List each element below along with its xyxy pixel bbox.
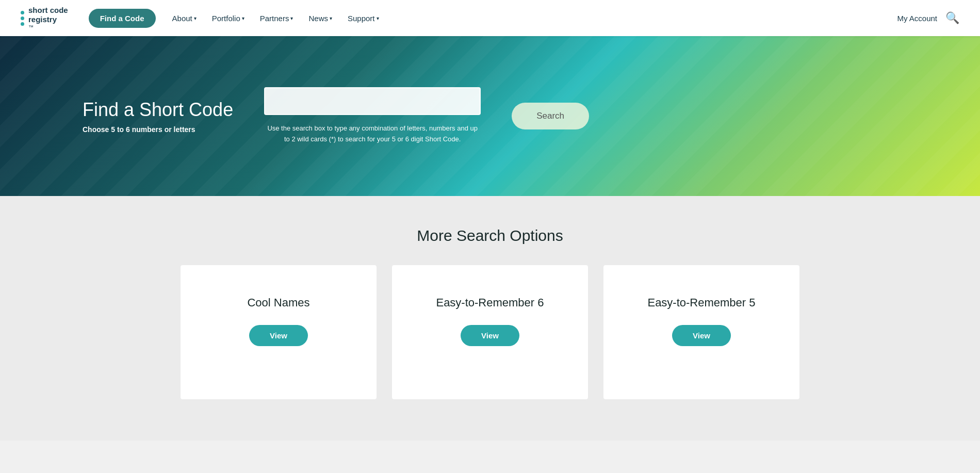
cards-grid: Cool Names View Easy-to-Remember 6 View …	[181, 265, 799, 399]
navbar: short code registry™ Find a Code About ▾…	[0, 0, 980, 36]
hero-hint: Use the search box to type any combinati…	[264, 123, 481, 145]
easy-remember-6-title: Easy-to-Remember 6	[436, 296, 544, 309]
logo-line1: short code	[28, 6, 68, 15]
nav-about[interactable]: About ▾	[166, 10, 203, 27]
hero-title-block: Find a Short Code Choose 5 to 6 numbers …	[83, 99, 233, 133]
cool-names-title: Cool Names	[247, 296, 309, 309]
search-icon[interactable]: 🔍	[945, 11, 959, 25]
nav-links: About ▾ Portfolio ▾ Partners ▾ News ▾ Su…	[166, 10, 897, 27]
easy-remember-6-card: Easy-to-Remember 6 View	[392, 265, 588, 399]
easy-remember-5-card: Easy-to-Remember 5 View	[603, 265, 799, 399]
support-chevron-icon: ▾	[377, 15, 379, 21]
cool-names-card: Cool Names View	[181, 265, 377, 399]
hero-search-button[interactable]: Search	[512, 103, 589, 129]
find-a-code-button[interactable]: Find a Code	[89, 9, 156, 28]
logo-dots	[21, 11, 24, 26]
portfolio-chevron-icon: ▾	[242, 15, 244, 21]
partners-chevron-icon: ▾	[290, 15, 293, 21]
news-chevron-icon: ▾	[330, 15, 332, 21]
logo-dot-1	[21, 11, 24, 14]
logo-dot-3	[21, 22, 24, 26]
about-chevron-icon: ▾	[194, 15, 197, 21]
easy-remember-5-title: Easy-to-Remember 5	[647, 296, 755, 309]
cool-names-view-button[interactable]: View	[249, 325, 308, 346]
more-search-options-section: More Search Options Cool Names View Easy…	[0, 196, 980, 441]
easy-remember-5-view-button[interactable]: View	[672, 325, 731, 346]
hero-subtitle: Choose 5 to 6 numbers or letters	[83, 125, 233, 134]
logo[interactable]: short code registry™	[21, 6, 68, 30]
my-account-link[interactable]: My Account	[897, 14, 937, 23]
hero-section: Find a Short Code Choose 5 to 6 numbers …	[0, 36, 980, 196]
hero-search-button-wrap: Search	[512, 103, 589, 129]
more-search-options-title: More Search Options	[83, 227, 897, 244]
nav-partners[interactable]: Partners ▾	[254, 10, 300, 27]
hero-content: Find a Short Code Choose 5 to 6 numbers …	[83, 87, 897, 145]
easy-remember-6-view-button[interactable]: View	[461, 325, 519, 346]
nav-portfolio[interactable]: Portfolio ▾	[206, 10, 251, 27]
logo-text: short code registry™	[28, 6, 68, 30]
logo-dot-2	[21, 17, 24, 20]
logo-line2: registry™	[28, 15, 68, 30]
nav-support[interactable]: Support ▾	[341, 10, 385, 27]
nav-news[interactable]: News ▾	[302, 10, 338, 27]
hero-title: Find a Short Code	[83, 99, 233, 121]
hero-search-block: Use the search box to type any combinati…	[264, 87, 481, 145]
short-code-input[interactable]	[264, 87, 481, 115]
